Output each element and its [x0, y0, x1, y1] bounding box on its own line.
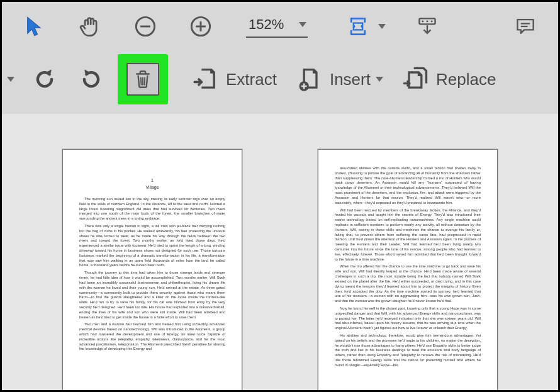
svg-point-9 [431, 20, 433, 22]
organize-toolbar: Extract Insert Replace [2, 51, 558, 108]
page-thumbnail[interactable]: 1 Village The morning sun rested low in … [62, 149, 242, 390]
extract-button[interactable]: Extract [186, 60, 283, 98]
svg-line-15 [145, 77, 145, 86]
zoom-out-button[interactable] [132, 13, 159, 40]
insert-dropdown-caret [376, 77, 383, 82]
select-tool[interactable] [21, 13, 48, 40]
app-frame: 152% [0, 0, 560, 392]
zoom-in-button[interactable] [187, 13, 215, 40]
page-thumbnail[interactable]: associated abilities with the outside wo… [318, 149, 498, 390]
page-text: associated abilities with the outside wo… [335, 166, 481, 206]
svg-point-7 [422, 20, 424, 22]
page-text: His abilities and technology, therefore,… [335, 333, 481, 368]
fit-width-button[interactable] [344, 13, 372, 40]
chapter-number: 1 [79, 177, 225, 183]
replace-label: Replace [436, 70, 496, 89]
chevron-down-icon [299, 22, 306, 27]
zoom-value: 152% [249, 16, 284, 33]
toolbar-dropdown-caret[interactable] [7, 77, 14, 82]
page-text: The morning sun rested low in the sky, c… [79, 197, 225, 221]
svg-point-8 [427, 20, 428, 22]
more-tools-button[interactable] [413, 13, 441, 40]
fit-dropdown-caret[interactable] [378, 24, 386, 29]
delete-page-button[interactable] [118, 54, 168, 104]
page-text: Will had been rescued by members of the … [335, 208, 481, 262]
rotate-cw-button[interactable] [71, 60, 111, 98]
page-thumbnail-area: 1 Village The morning sun rested low in … [2, 114, 558, 390]
insert-button[interactable]: Insert [289, 60, 389, 98]
main-toolbar: 152% [2, 2, 558, 51]
svg-line-13 [141, 77, 142, 86]
page-text: There was only a single human in sight, … [79, 224, 225, 268]
page-text: Two men and a woman had rescued him and … [79, 322, 225, 352]
page-text: Now he found himself in the distant past… [335, 306, 481, 331]
insert-label: Insert [330, 70, 371, 89]
zoom-level-select[interactable]: 152% [246, 15, 308, 38]
page-text: Though the journey to this time had take… [79, 271, 225, 320]
comment-button[interactable] [512, 13, 539, 40]
extract-label: Extract [226, 70, 277, 89]
rotate-ccw-button[interactable] [25, 60, 65, 98]
hand-tool[interactable] [76, 13, 104, 40]
chapter-name: Village [79, 184, 225, 190]
page-text: When the trio offered him the chance to … [335, 264, 481, 304]
replace-button[interactable]: Replace [396, 60, 502, 98]
